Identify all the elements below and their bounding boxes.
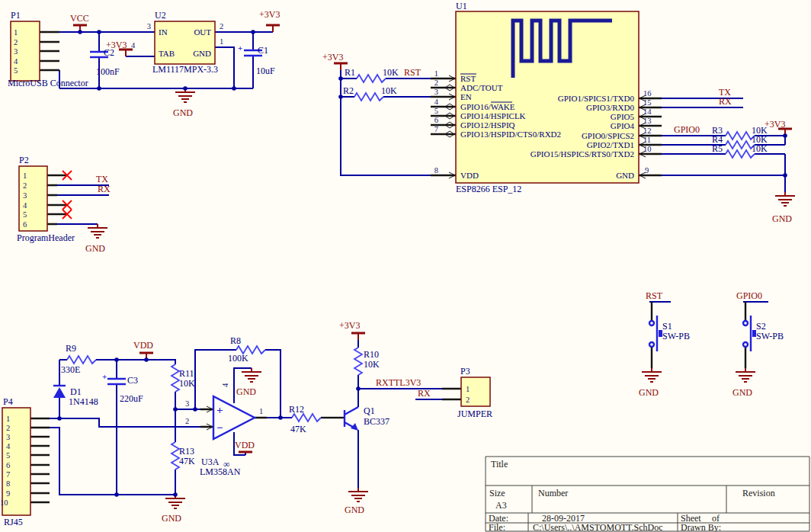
r11-ref: R11: [179, 368, 194, 379]
p4-pin: 8: [6, 479, 10, 488]
net-gnd-rail: GND: [162, 513, 181, 524]
net-gnd-s1: GND: [639, 387, 659, 398]
tb-drawnby-label: Drawn By:: [681, 522, 721, 532]
u1-pin-name: GPIO13/HSPID/CTS0/RXD2: [460, 130, 561, 139]
sheet-background: [0, 0, 811, 532]
p2-pin-1: 1: [23, 171, 27, 180]
r1-value: 10K: [383, 67, 399, 78]
p4-pin: 6: [6, 461, 10, 470]
s2-ref: S2: [756, 321, 766, 332]
u1-pin-num: 10: [643, 145, 652, 153]
u1-pin-name: GPIO5: [611, 112, 635, 121]
net-rst-r1: RST: [404, 67, 422, 78]
p4-pin: 9: [6, 489, 10, 498]
p1-ref: P1: [11, 10, 21, 21]
p1-pin-4: 4: [14, 57, 18, 66]
u2-num-in: 3: [147, 22, 151, 30]
u3-num-inv: 2: [185, 417, 189, 425]
u1-pin-name: GPIO12/HSPIQ: [460, 120, 515, 130]
r12-value: 47K: [290, 424, 306, 434]
u2-pin-tab: TAB: [159, 49, 175, 58]
p4-pin: 3: [6, 433, 10, 441]
tb-number-label: Number: [538, 488, 568, 498]
net-v33-r10: +3V3: [339, 320, 360, 331]
c1-value: 10uF: [256, 66, 275, 76]
p2-pin-4: 4: [23, 201, 27, 210]
u1-pin-name: EN: [460, 92, 472, 101]
r10-ref: R10: [364, 349, 379, 360]
p4-pin: 7: [6, 470, 10, 479]
net-rx-p3: RX: [418, 388, 431, 399]
r5-value: 10K: [752, 143, 768, 154]
r10-value: 10K: [364, 359, 380, 370]
u1-pin-name: VDD: [460, 171, 479, 180]
r5-ref: R5: [712, 143, 723, 154]
u1-pin-num: 9: [645, 166, 649, 175]
net-rxttl: RXTTL3V3: [376, 377, 421, 388]
net-v33-c1: +3V3: [259, 9, 280, 20]
net-rst-s1: RST: [646, 290, 663, 301]
c1-plus: +: [238, 43, 242, 53]
p1-pin-1: 1: [14, 28, 18, 37]
net-v33-pullups: +3V3: [765, 119, 785, 130]
u1-pin-name: GPIO14/HSPICLK: [460, 111, 526, 120]
u1-pin-name: GPIO3/RXD0: [586, 103, 634, 112]
p3-pin-2: 2: [466, 396, 470, 404]
c1-ref: C1: [258, 45, 268, 56]
p2-pin-3: 3: [23, 191, 27, 200]
p1-pin-3: 3: [14, 47, 18, 56]
net-vdd-rail: VDD: [133, 340, 153, 351]
c3-value: 220uF: [120, 393, 143, 404]
net-vcc: VCC: [70, 13, 89, 24]
net-v33-u1left: +3V3: [322, 52, 343, 62]
u1-pin-name: RST: [460, 74, 476, 83]
u1-pin-num: 7: [434, 125, 438, 133]
net-gnd-q1: GND: [345, 505, 364, 515]
r8-value: 100K: [228, 353, 248, 364]
p2-ref: P2: [19, 155, 29, 165]
u2-part: LM1117MPX-3.3: [152, 64, 218, 75]
u1-pin-num: 13: [643, 117, 652, 125]
p3-type: JUMPER: [457, 409, 492, 419]
net-gnd-opamp: GND: [236, 386, 256, 397]
u1-pin-name: GND: [616, 171, 634, 180]
u1-ref: U1: [456, 1, 467, 11]
tb-revision-label: Revision: [742, 488, 775, 498]
u3-num-vneg: 4: [221, 383, 229, 387]
p4-pin: 10: [0, 498, 8, 507]
net-rx-p2: RX: [98, 184, 111, 194]
u1-pin-num: 16: [643, 89, 652, 98]
net-gnd-u2: GND: [173, 107, 193, 118]
p2-pin-2: 2: [23, 181, 27, 190]
u3-minus: −: [216, 421, 223, 434]
p1-type: MicroUSB Connector: [8, 78, 88, 88]
r8-ref: R8: [230, 335, 241, 346]
r11-value: 10K: [179, 378, 195, 389]
u2-pin-out: OUT: [194, 27, 211, 37]
u3-num-noninv: 3: [185, 399, 189, 408]
schematic-canvas: P1 1 2 3 4 5 MicroUSB Connector VCC C2 1…: [0, 0, 811, 532]
s1-ref: S1: [662, 321, 672, 332]
net-tx-p2: TX: [96, 174, 108, 184]
c3-plus: +: [102, 372, 107, 381]
u1-pin-name: GPIO1/SPICS1/TXD0: [558, 94, 635, 103]
tb-title-label: Title: [491, 459, 508, 470]
u1-pin-num: 8: [434, 166, 438, 175]
u1-pin-num: 6: [434, 116, 438, 124]
net-rx-u1: RX: [719, 96, 732, 107]
tb-file-label: File:: [489, 522, 505, 532]
u1-pin-name: GPIO16/WAKE: [460, 102, 515, 111]
u1-pin-num: 12: [643, 127, 652, 135]
u1-pin-num: 3: [434, 88, 438, 96]
u1-pin-num: 4: [434, 98, 439, 106]
p4-pin: 4: [6, 442, 11, 450]
u1-pin-name: GPIO4: [611, 121, 635, 130]
p3-pin-1: 1: [466, 385, 470, 393]
net-v33-tab: +3V3: [106, 40, 127, 50]
p1-pin-2: 2: [14, 38, 18, 46]
tb-file-value: C:\Users\..\AMSTOMOTT.SchDoc: [533, 522, 663, 532]
u1-pin-num: 11: [643, 136, 651, 144]
u1-pin-num: 5: [434, 107, 438, 115]
tb-size-label: Size: [489, 488, 505, 498]
tb-size-value: A3: [495, 500, 507, 511]
